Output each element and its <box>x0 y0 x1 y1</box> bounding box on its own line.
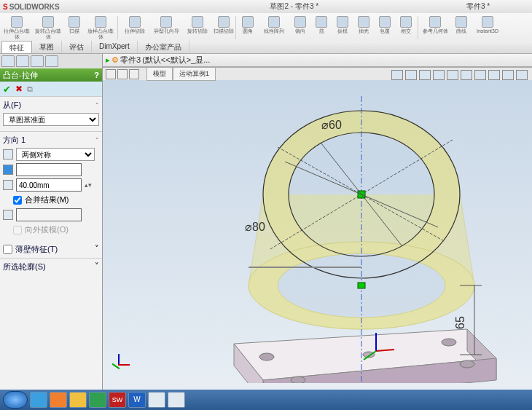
reverse-direction-icon[interactable] <box>3 149 13 159</box>
direction-input[interactable] <box>16 163 82 176</box>
pm-from-label: 从(F) <box>3 100 21 111</box>
title-bar: S SOLIDWORKS 草图2 - 零件3 * 零件3 * <box>0 0 532 13</box>
pm-action-row: ✔ ✖ ⧉ <box>0 82 102 96</box>
wrap-button[interactable]: 包覆 <box>375 15 395 41</box>
draft-outward-checkbox: 向外拔模(O) <box>13 224 99 235</box>
chevron-down-icon[interactable]: ˅ <box>95 261 99 272</box>
swcut-icon <box>218 16 230 28</box>
hole-wizard-button[interactable]: 异型孔向导 <box>151 15 181 41</box>
taskbar-app2-icon[interactable] <box>148 392 165 408</box>
shell-button[interactable]: 抽壳 <box>353 15 374 41</box>
cancel-button[interactable]: ✖ <box>15 84 23 94</box>
help-icon[interactable]: ? <box>94 71 99 79</box>
sweep-cut-button[interactable]: 扫描切除 <box>214 15 234 41</box>
app-logo-icon: S <box>3 3 8 11</box>
taskbar-app3-icon[interactable] <box>168 392 185 408</box>
pm-tab-feature-icon[interactable] <box>1 55 15 67</box>
end-condition-select[interactable]: 两侧对称 <box>16 148 95 161</box>
draft-angle-input[interactable] <box>16 208 82 221</box>
chevron-up-icon[interactable]: ˄ <box>95 137 99 144</box>
instant3d-button[interactable]: Instant3D <box>472 15 503 41</box>
tab-sketch[interactable]: 草图 <box>32 41 62 53</box>
nav-next-icon[interactable] <box>129 69 139 79</box>
draft-button[interactable]: 拔模 <box>332 15 353 41</box>
taskbar-media-icon[interactable] <box>50 392 67 408</box>
property-manager-panel: 凸台-拉伸 ? ✔ ✖ ⧉ 从(F)˄ 草图基准面 方向 1˄ 两侧对称 <box>0 54 103 396</box>
thin-checkbox[interactable] <box>3 244 12 255</box>
merge-result-checkbox[interactable]: 合并结果(M) <box>13 194 99 205</box>
revolve-boss-button[interactable]: 旋转凸台/基体 <box>33 15 63 41</box>
revolve-cut-button[interactable]: 旋转切除 <box>182 15 213 41</box>
direction-arrow-icon[interactable] <box>3 165 13 175</box>
pm-tab-config-icon[interactable] <box>31 55 44 67</box>
revcut-icon <box>192 16 203 28</box>
svg-text:⌀80: ⌀80 <box>245 221 265 233</box>
depth-input[interactable] <box>16 178 82 192</box>
taskbar-explorer-icon[interactable] <box>69 392 87 408</box>
mirror-icon <box>294 16 306 28</box>
rib-button[interactable]: 筋 <box>311 15 332 41</box>
tab-evaluate[interactable]: 评估 <box>62 41 92 53</box>
spinner-icon[interactable]: ▴▾ <box>85 181 92 189</box>
nav-first-icon[interactable] <box>106 69 116 79</box>
svg-point-7 <box>291 377 305 383</box>
pm-dir-label: 方向 1 <box>3 135 26 146</box>
loft-icon <box>95 16 106 28</box>
pin-icon[interactable]: ⧉ <box>27 84 33 94</box>
refgeom-button[interactable]: 参考几何体 <box>420 15 450 41</box>
model-canvas[interactable]: ⌀60 ⌀80 65 <box>103 67 532 383</box>
extrude-boss-button[interactable]: 拉伸凸台/基体 <box>1 15 32 41</box>
pattern-button[interactable]: 线性阵列 <box>259 15 289 41</box>
pm-title: 凸台-拉伸 <box>3 70 38 81</box>
pm-direction-group: 方向 1˄ 两侧对称 ▴▾ 合并结果(M) 向外拔模(O) <box>0 131 102 241</box>
pattern-icon <box>268 16 280 28</box>
loft-button[interactable]: 放样凸台/基体 <box>85 15 116 41</box>
tab-office[interactable]: 办公室产品 <box>138 41 189 53</box>
tab-dimxpert[interactable]: DimXpert <box>92 41 138 53</box>
intersect-icon <box>400 16 412 28</box>
curves-button[interactable]: 曲线 <box>451 15 472 41</box>
origin-point-icon[interactable] <box>358 283 365 288</box>
depth-icon <box>3 180 13 190</box>
sweep-icon <box>69 16 80 28</box>
nav-prev-icon[interactable] <box>117 69 128 79</box>
svg-point-8 <box>460 360 474 368</box>
chevron-down-icon[interactable]: ˅ <box>95 244 99 255</box>
tab-features[interactable]: 特征 <box>1 41 32 53</box>
mirror-button[interactable]: 镜向 <box>290 15 310 41</box>
taskbar-solidworks-icon[interactable]: SW <box>109 392 126 408</box>
command-tab-bar: 特征 草图 评估 DimXpert 办公室产品 <box>0 41 532 54</box>
ok-button[interactable]: ✔ <box>3 84 11 95</box>
breadcrumb[interactable]: ▸ ⚙ 零件3 (默认<<默认>_显... <box>106 55 210 66</box>
instant3d-icon <box>482 16 493 28</box>
graphics-area[interactable]: ▸ ⚙ 零件3 (默认<<默认>_显... <box>103 54 532 396</box>
pm-from-group: 从(F)˄ 草图基准面 <box>0 96 102 131</box>
pm-tab-row <box>0 54 102 68</box>
svg-text:⌀60: ⌀60 <box>321 119 342 131</box>
pm-tab-property-icon[interactable] <box>16 55 29 67</box>
revolve-icon <box>42 16 54 28</box>
wrap-icon <box>379 16 391 28</box>
sweep-button[interactable]: 扫描 <box>64 15 85 41</box>
fillet-button[interactable]: 圆角 <box>238 15 258 41</box>
view-triad[interactable] <box>109 354 130 376</box>
chevron-up-icon[interactable]: ˄ <box>95 102 99 109</box>
extrude-icon <box>11 16 23 28</box>
from-select[interactable]: 草图基准面 <box>3 113 99 126</box>
rib-icon <box>316 16 327 28</box>
start-button[interactable] <box>3 391 28 409</box>
svg-point-6 <box>442 339 456 346</box>
taskbar-app-icon[interactable] <box>89 392 106 408</box>
pm-tab-display-icon[interactable] <box>45 55 58 67</box>
extrude-cut-button[interactable]: 拉伸切除 <box>120 15 150 41</box>
fillet-icon <box>242 16 254 28</box>
contour-group[interactable]: 所选轮廓(S) ˅ <box>0 258 102 275</box>
base-plate-body[interactable] <box>234 329 496 383</box>
app-name: SOLIDWORKS <box>9 3 60 11</box>
taskbar-word-icon[interactable]: W <box>128 392 146 408</box>
taskbar-sogou-icon[interactable] <box>30 392 47 408</box>
document-title: 草图2 - 零件3 * <box>270 1 318 12</box>
intersect-button[interactable]: 相交 <box>396 15 416 41</box>
thin-feature-group[interactable]: 薄壁特征(T) ˅ <box>0 241 102 258</box>
draft-angle-icon[interactable] <box>3 210 13 220</box>
